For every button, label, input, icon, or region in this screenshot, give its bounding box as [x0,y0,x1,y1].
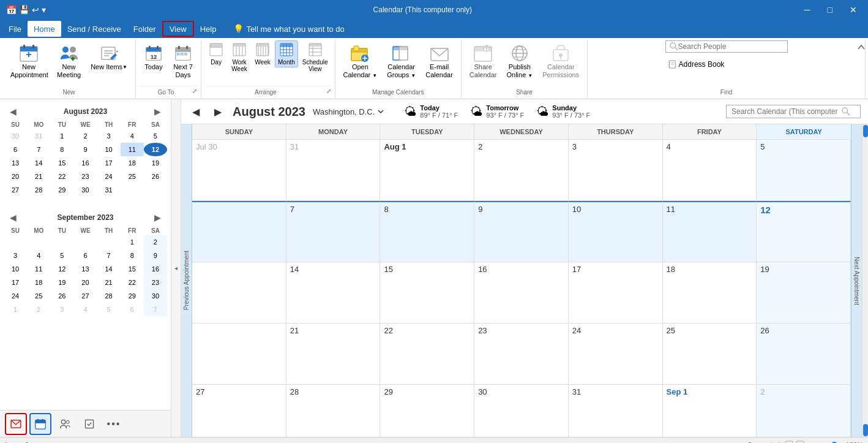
mini-date[interactable]: 15 [50,156,73,170]
cal-cell-saturday[interactable]: 2 [757,385,851,437]
calendar-nav-button[interactable] [29,413,51,435]
mini-date[interactable]: 5 [144,129,167,143]
mini-date[interactable] [121,183,144,197]
mini-date[interactable]: 8 [121,249,144,262]
cal-cell[interactable]: 4 [663,140,757,201]
mini-date[interactable]: 9 [73,143,97,156]
month-view-button[interactable]: Month [275,40,298,67]
cal-cell-saturday[interactable]: 26 [757,324,851,385]
cal-cell-saturday[interactable]: 5 [757,140,851,201]
mini-date[interactable]: 11 [27,262,50,276]
cal-cell[interactable]: 3 [569,140,663,201]
mini-date[interactable]: 2 [73,129,97,143]
mini-date[interactable]: 14 [97,262,121,276]
ribbon-collapse-button[interactable] [857,43,866,53]
more-nav-button[interactable]: ••• [103,413,125,435]
tasks-nav-button[interactable] [78,413,100,435]
cal-cell[interactable]: 30 [474,385,569,437]
mini-date[interactable]: 6 [121,303,144,316]
mini-date[interactable]: 13 [73,262,97,276]
cal-cell-current-week[interactable]: 10 [569,201,663,262]
mini-date[interactable]: 22 [50,170,73,183]
calendar-permissions-button[interactable]: CalendarPermissions [538,40,583,82]
mini-date[interactable]: 4 [73,303,97,316]
mini-date[interactable]: 22 [121,276,144,289]
cal-next-button[interactable]: ▶ [211,105,225,119]
menu-folder[interactable]: Folder [127,21,162,37]
cal-cell-current-week[interactable]: 7 [286,201,381,262]
mini-date[interactable]: 2 [144,235,167,249]
mini-date[interactable]: 6 [73,249,97,262]
previous-appointment-tab[interactable]: Previous Appointment [181,124,192,437]
cal-cell[interactable]: 22 [380,324,474,385]
cal-cell-current-week[interactable]: 8 [380,201,474,262]
mini-date[interactable]: 16 [144,262,167,276]
cal-cell-saturday[interactable]: 19 [757,262,851,324]
cal-cell[interactable]: 15 [380,262,474,324]
calendar-groups-button[interactable]: CalendarGroups ▼ [383,40,420,82]
mini-date[interactable]: 5 [97,303,121,316]
mini-date[interactable]: 24 [4,289,27,303]
mini-date[interactable]: 17 [4,276,27,289]
mini-date[interactable]: 26 [144,170,167,183]
cal-cell[interactable]: 25 [663,324,757,385]
menu-file[interactable]: File [2,21,28,37]
mini-date[interactable] [50,235,73,249]
next7days-button[interactable]: Next 7Days [169,40,197,82]
mini-date[interactable] [27,235,50,249]
mini-date[interactable]: 21 [27,170,50,183]
mini-date[interactable]: 14 [27,156,50,170]
mini-date[interactable] [4,235,27,249]
cal-cell[interactable]: 31 [569,385,663,437]
mini-cal-prev-sep[interactable]: ◀ [6,211,20,224]
next-appointment-tab[interactable]: Next Appointment [851,124,862,437]
mini-cal-prev-august[interactable]: ◀ [6,105,20,118]
mini-date[interactable]: 19 [144,156,167,170]
cal-cell[interactable]: 17 [569,262,663,324]
share-calendar-button[interactable]: ShareCalendar [465,40,501,82]
cal-location[interactable]: Washington, D.C. [313,107,384,116]
mini-date[interactable]: 3 [50,303,73,316]
mini-date[interactable]: 7 [27,143,50,156]
new-items-button[interactable]: New Items ▼ [86,40,132,74]
menu-send-receive[interactable]: Send / Receive [61,21,127,37]
mini-date[interactable]: 3 [97,129,121,143]
mini-date[interactable]: 30 [144,289,167,303]
cal-cell[interactable]: Aug 1 [380,140,474,201]
sidebar-collapse-button[interactable]: ◂ [171,99,181,437]
mini-date[interactable]: 25 [121,170,144,183]
tell-me-input[interactable]: 💡 Tell me what you want to do [227,21,350,37]
mini-date[interactable]: 18 [121,156,144,170]
mail-nav-button[interactable] [5,413,27,435]
mini-date[interactable]: 19 [50,276,73,289]
mini-date[interactable]: 21 [97,276,121,289]
schedule-view-button[interactable]: ScheduleView [299,40,331,74]
calendar-scrollbar[interactable] [862,124,868,437]
day-view-button[interactable]: Day [205,40,227,67]
mini-date[interactable]: 24 [97,170,121,183]
cal-cell[interactable]: 28 [286,385,381,437]
mini-date[interactable]: 10 [97,143,121,156]
zoom-control[interactable]: 100% [785,441,863,444]
mini-date[interactable]: 29 [121,289,144,303]
mini-date[interactable]: 6 [4,143,27,156]
mini-date[interactable]: 3 [4,249,27,262]
mini-date[interactable]: 9 [144,249,167,262]
cal-cell[interactable]: 21 [286,324,381,385]
mini-date[interactable]: 25 [27,289,50,303]
address-book-button[interactable]: Address Book [665,59,727,70]
menu-view[interactable]: View [162,21,194,37]
new-meeting-button[interactable]: NewMeeting [53,40,85,82]
mini-date[interactable]: 16 [73,156,97,170]
mini-date[interactable]: 18 [27,276,50,289]
mini-date[interactable]: 8 [50,143,73,156]
mini-date[interactable] [97,235,121,249]
mini-date[interactable]: 27 [73,289,97,303]
mini-date[interactable] [144,183,167,197]
mini-date[interactable]: 11 [121,143,144,156]
mini-date[interactable]: 31 [27,129,50,143]
cal-cell[interactable]: 29 [380,385,474,437]
mini-date[interactable]: 1 [50,129,73,143]
cal-cell[interactable]: Sep 1 [663,385,757,437]
mini-date[interactable]: 4 [121,129,144,143]
